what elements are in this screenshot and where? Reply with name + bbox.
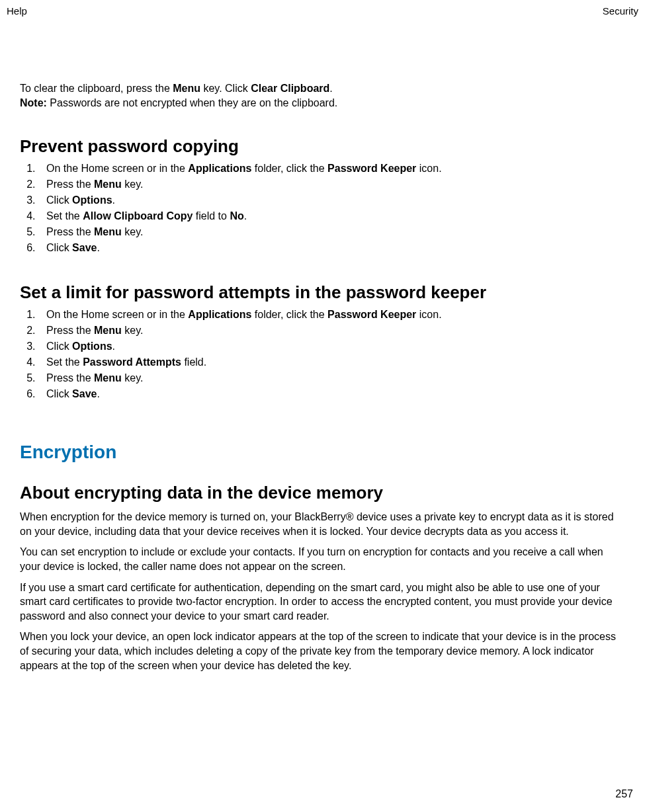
bold-text: Allow Clipboard Copy: [83, 210, 193, 222]
bold-text: Menu: [94, 372, 122, 384]
intro-block: To clear the clipboard, press the Menu k…: [20, 81, 625, 110]
text: On the Home screen or in the: [46, 163, 188, 174]
bold-text: Menu: [94, 226, 122, 237]
page-header: Help Security: [0, 0, 645, 17]
step: Press the Menu key.: [38, 224, 625, 240]
text: On the Home screen or in the: [46, 309, 188, 320]
text: key. Click: [200, 83, 251, 94]
text: .: [97, 242, 99, 253]
step: Click Save.: [38, 386, 625, 402]
intro-note: Note: Passwords are not encrypted when t…: [20, 96, 625, 110]
step: Click Options.: [38, 339, 625, 354]
step: Press the Menu key.: [38, 177, 625, 192]
bold-text: Applications: [188, 309, 251, 320]
bold-text: Password Attempts: [83, 356, 181, 368]
text: Click: [46, 194, 72, 206]
bold-text: Options: [72, 194, 112, 206]
bold-text: Password Keeper: [327, 163, 416, 174]
text: icon.: [416, 163, 441, 174]
heading-set-limit-password-attempts: Set a limit for password attempts in the…: [20, 282, 625, 303]
heading-encryption: Encryption: [20, 442, 625, 463]
text: .: [112, 194, 115, 206]
text: .: [329, 83, 332, 94]
steps-set-limit-password-attempts: On the Home screen or in the Application…: [20, 307, 625, 402]
text: Click: [46, 388, 72, 399]
header-right: Security: [603, 5, 638, 17]
bold-text: Menu: [94, 325, 122, 336]
bold-text: Save: [72, 388, 97, 399]
text: To clear the clipboard, press the: [20, 83, 173, 94]
bold-text: Clear Clipboard: [251, 83, 329, 94]
bold-text: Password Keeper: [327, 309, 416, 320]
text: .: [244, 210, 247, 222]
bold-text: Applications: [188, 163, 251, 174]
page-content: To clear the clipboard, press the Menu k…: [0, 81, 645, 672]
text: .: [97, 388, 99, 399]
heading-about-encrypting: About encrypting data in the device memo…: [20, 483, 625, 503]
text: Press the: [46, 226, 94, 237]
text: field to: [193, 210, 230, 222]
bold-text: Save: [72, 242, 97, 253]
text: .: [112, 341, 115, 352]
step: Press the Menu key.: [38, 370, 625, 386]
note-text: Passwords are not encrypted when they ar…: [47, 97, 337, 108]
text: Click: [46, 242, 72, 253]
step: On the Home screen or in the Application…: [38, 307, 625, 323]
step: Click Options.: [38, 192, 625, 208]
paragraph: When encryption for the device memory is…: [20, 510, 625, 538]
steps-prevent-password-copying: On the Home screen or in the Application…: [20, 161, 625, 256]
paragraph: When you lock your device, an open lock …: [20, 629, 625, 672]
bold-text: Options: [72, 341, 112, 352]
intro-line1: To clear the clipboard, press the Menu k…: [20, 81, 625, 96]
page-number: 257: [615, 788, 633, 800]
text: Press the: [46, 179, 94, 190]
paragraph: If you use a smart card certificate for …: [20, 581, 625, 624]
text: key.: [122, 226, 144, 237]
note-label: Note:: [20, 97, 47, 108]
text: icon.: [416, 309, 441, 320]
bold-text: No: [230, 210, 243, 222]
text: Click: [46, 341, 72, 352]
bold-text: Menu: [94, 179, 122, 190]
text: Press the: [46, 325, 94, 336]
step: Click Save.: [38, 240, 625, 256]
step: Set the Allow Clipboard Copy field to No…: [38, 208, 625, 224]
text: Set the: [46, 210, 83, 222]
paragraph: You can set encryption to include or exc…: [20, 545, 625, 573]
step: Set the Password Attempts field.: [38, 354, 625, 370]
bold-text: Menu: [173, 83, 200, 94]
text: Set the: [46, 356, 83, 368]
text: key.: [122, 179, 144, 190]
header-left: Help: [7, 5, 27, 17]
text: folder, click the: [251, 163, 327, 174]
text: key.: [122, 372, 144, 384]
heading-prevent-password-copying: Prevent password copying: [20, 136, 625, 157]
text: field.: [181, 356, 206, 368]
step: Press the Menu key.: [38, 323, 625, 339]
text: folder, click the: [251, 309, 327, 320]
text: Press the: [46, 372, 94, 384]
step: On the Home screen or in the Application…: [38, 161, 625, 177]
text: key.: [122, 325, 144, 336]
